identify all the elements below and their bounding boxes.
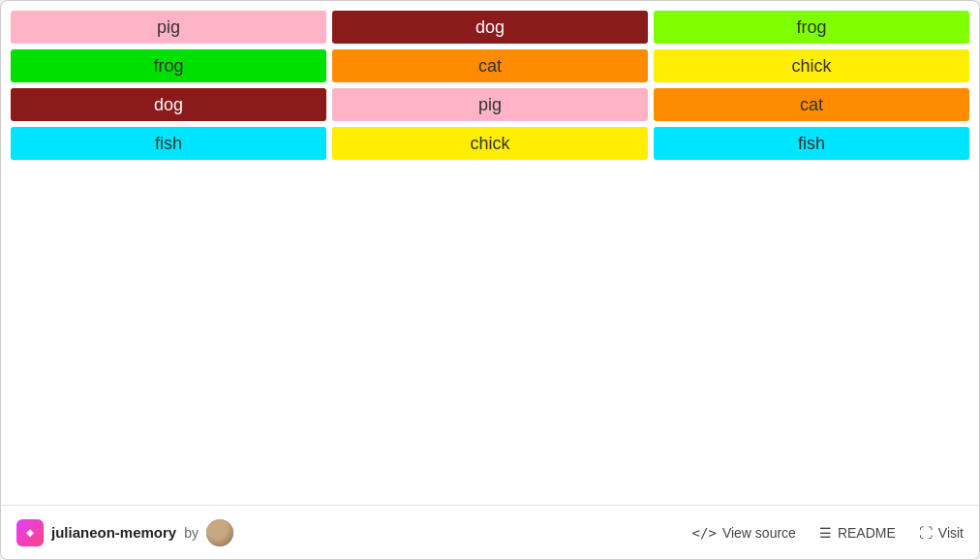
footer-left: ◈ julianeon-memory by [16, 519, 233, 546]
visit-label: Visit [938, 525, 964, 541]
animal-tile[interactable]: frog [11, 49, 326, 82]
animal-tile[interactable]: dog [11, 88, 326, 121]
visit-button[interactable]: ⛶ Visit [919, 525, 964, 541]
readme-label: README [838, 525, 896, 541]
main-grid: pigdogfrogfrogcatchickdogpigcatfishchick… [1, 1, 979, 505]
code-icon: </> [692, 525, 717, 541]
animal-tile[interactable]: chick [332, 127, 648, 160]
readme-icon: ☰ [819, 525, 832, 541]
animal-tile[interactable]: pig [332, 88, 648, 121]
footer-right: </> View source ☰ README ⛶ Visit [692, 525, 964, 541]
view-source-button[interactable]: </> View source [692, 525, 796, 541]
app-window: pigdogfrogfrogcatchickdogpigcatfishchick… [0, 0, 980, 560]
by-label: by [184, 525, 199, 541]
app-icon: ◈ [16, 519, 44, 546]
animal-tile[interactable]: cat [654, 88, 969, 121]
animal-tile[interactable]: fish [11, 127, 326, 160]
expand-icon: ⛶ [919, 525, 933, 541]
readme-button[interactable]: ☰ README [819, 525, 896, 541]
animal-tile[interactable]: dog [332, 11, 648, 44]
animal-tile[interactable]: fish [654, 127, 969, 160]
view-source-label: View source [722, 525, 796, 541]
animal-tile[interactable]: pig [11, 11, 326, 44]
footer: ◈ julianeon-memory by </> View source ☰ … [1, 505, 979, 559]
app-name: julianeon-memory [51, 524, 176, 541]
avatar [206, 519, 233, 546]
animal-tile[interactable]: frog [654, 11, 969, 44]
animal-tile[interactable]: cat [332, 49, 648, 82]
animal-tile[interactable]: chick [654, 49, 969, 82]
